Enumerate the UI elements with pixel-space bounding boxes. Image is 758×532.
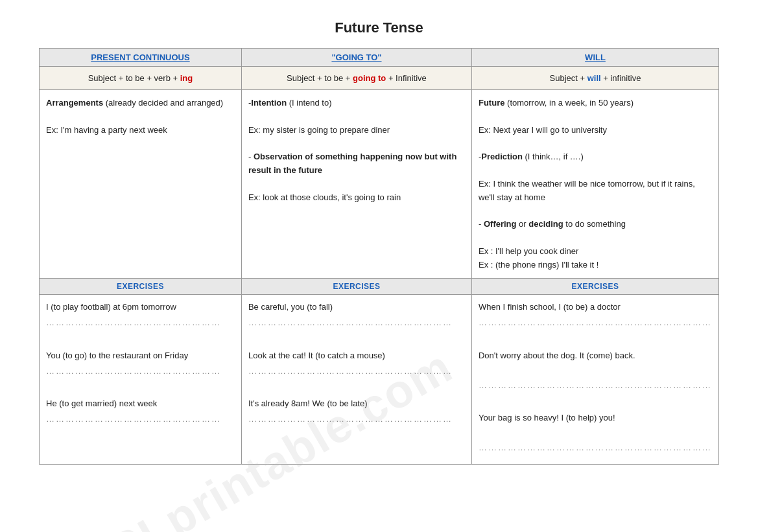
ex1-q3: He (to get married) next week — [46, 399, 157, 408]
ex1-dots3: ……………………………………………… — [46, 412, 235, 426]
formula-row: Subject + to be + verb + ing Subject + t… — [40, 67, 719, 90]
ex1-q2: You (to go) to the restaurant on Friday — [46, 351, 188, 360]
ex1-q1: I (to play football) at 6pm tomorrow — [46, 302, 176, 312]
will-highlight: will — [587, 73, 601, 83]
col1-formula: Subject + to be + verb + ing — [40, 67, 242, 90]
col2-header: "GOING TO" — [241, 49, 471, 67]
intention-example: Ex: my sister is going to prepare diner — [248, 125, 390, 135]
col2-exercises-content: Be careful, you (to fall) ……………………………………… — [241, 295, 471, 465]
will-header: WILL — [585, 52, 606, 62]
ex3-q3: Your bag is so heavy! I (to help) you! — [479, 413, 615, 422]
offering-example1: Ex : I'll help you cook diner — [479, 246, 578, 256]
ex3-q2: Don't worry about the dog. It (come) bac… — [479, 351, 635, 360]
offering-example2: Ex : (the phone rings) I'll take it ! — [479, 260, 598, 270]
ex2-dots1: ……………………………………………………… — [248, 316, 465, 330]
ex3-q1: When I finish school, I (to be) a doctor — [479, 302, 621, 312]
col2-formula: Subject + to be + going to + Infinitive — [241, 67, 471, 90]
ex2-dots2: ……………………………………………………… — [248, 364, 465, 378]
content-row: Arrangements (already decided and arrang… — [40, 90, 719, 279]
col3-header: WILL — [471, 49, 718, 67]
col2-exercises-label: EXERCISES — [241, 279, 471, 295]
observation-text: - Observation of something happening now… — [248, 152, 456, 175]
ex2-q3: It's already 8am! We (to be late) — [248, 399, 368, 408]
observation-example: Ex: look at those clouds, it's going to … — [248, 192, 401, 202]
header-row: PRESENT CONTINUOUS "GOING TO" WILL — [40, 49, 719, 67]
ex3-dots2: ……………………………………………………………… — [479, 378, 712, 393]
prediction-example: Ex: I think the weather will be nice tom… — [479, 179, 695, 202]
ex2-dots3: ……………………………………………………… — [248, 412, 465, 426]
future-example: Ex: Next year I will go to university — [479, 125, 607, 135]
col1-exercises-label: EXERCISES — [40, 279, 242, 295]
main-table: PRESENT CONTINUOUS "GOING TO" WILL Subje… — [39, 48, 719, 465]
exercises-content-row: I (to play football) at 6pm tomorrow ………… — [40, 295, 719, 465]
going-to-header: "GOING TO" — [331, 52, 381, 62]
present-continuous-header: PRESENT CONTINUOUS — [91, 52, 189, 62]
ex3-dots3: ……………………………………………………………… — [479, 441, 712, 455]
ex2-q1: Be careful, you (to fall) — [248, 302, 333, 312]
intention-text: -Intention (I intend to) — [248, 98, 332, 108]
col1-exercises-content: I (to play football) at 6pm tomorrow ………… — [40, 295, 242, 465]
going-to-highlight: going to — [353, 73, 386, 83]
exercises-header-row: EXERCISES EXERCISES EXERCISES — [40, 279, 719, 295]
ing-highlight: ing — [180, 73, 193, 83]
page-title: Future Tense — [335, 19, 423, 36]
col1-header: PRESENT CONTINUOUS — [40, 49, 242, 67]
ex1-dots1: ……………………………………………… — [46, 316, 235, 330]
ex1-dots2: ……………………………………………… — [46, 364, 235, 378]
col3-exercises-label: EXERCISES — [471, 279, 718, 295]
col3-content: Future (tomorrow, in a week, in 50 years… — [471, 90, 718, 279]
col3-formula: Subject + will + infinitive — [471, 67, 718, 90]
col1-content: Arrangements (already decided and arrang… — [40, 90, 242, 279]
col3-exercises-content: When I finish school, I (to be) a doctor… — [471, 295, 718, 465]
future-text: Future (tomorrow, in a week, in 50 years… — [479, 98, 634, 108]
ex3-dots1: ……………………………………………………………… — [479, 316, 712, 330]
ex2-q2: Look at the cat! It (to catch a mouse) — [248, 351, 385, 360]
offering-text: - Offering or deciding to do something — [479, 219, 626, 229]
prediction-text: -Prediction (I think…, if ….) — [479, 152, 584, 161]
arrangements-example: Ex: I'm having a party next week — [46, 125, 167, 135]
col2-content: -Intention (I intend to) Ex: my sister i… — [241, 90, 471, 279]
arrangements-text: Arrangements (already decided and arrang… — [46, 98, 223, 108]
